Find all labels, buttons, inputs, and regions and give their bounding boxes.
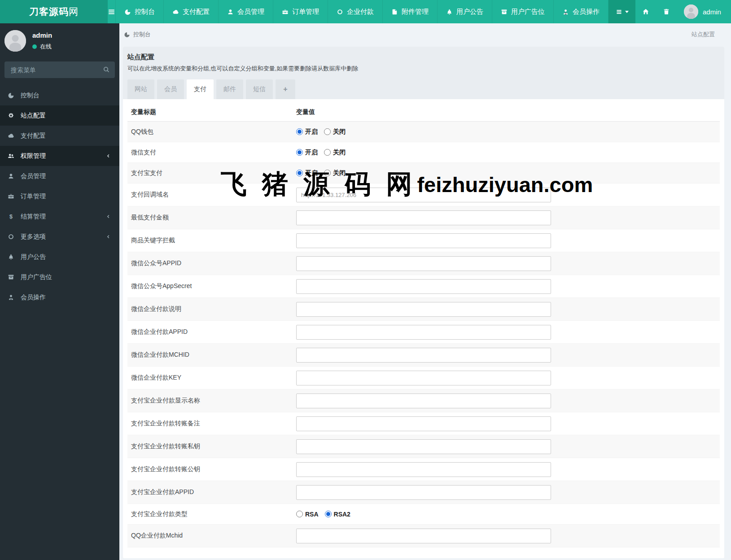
sidebar-search — [4, 61, 115, 78]
radio-option[interactable]: RSA2 — [325, 511, 350, 518]
settings-button[interactable] — [728, 0, 731, 23]
config-row-11: 微信企业付款KEY — [127, 367, 720, 389]
radio-input[interactable] — [296, 170, 303, 176]
radio-input[interactable] — [296, 511, 303, 517]
config-input[interactable] — [296, 256, 551, 271]
config-input[interactable] — [296, 485, 551, 500]
sidebar-item-10[interactable]: 会员操作 — [0, 287, 119, 307]
sidebar-item-9[interactable]: 用户广告位 — [0, 267, 119, 287]
radio-input[interactable] — [296, 128, 303, 135]
radio-input[interactable] — [324, 128, 331, 135]
nav-item-0[interactable]: 控制台 — [115, 0, 163, 23]
radio-option[interactable]: 开启 — [296, 128, 318, 136]
nav-item-label: 企业付款 — [347, 8, 374, 16]
config-input[interactable] — [296, 233, 551, 248]
tab-member[interactable]: 会员 — [157, 79, 184, 99]
config-value — [296, 529, 720, 543]
sidebar-item-5[interactable]: 订单管理 — [0, 186, 119, 206]
panel-title: 站点配置 — [127, 53, 720, 61]
top-navbar: 刀客源码网 控制台支付配置会员管理订单管理企业付款附件管理用户公告用户广告位会员… — [0, 0, 731, 23]
config-row-15: 支付宝企业付款转账公钥 — [127, 458, 720, 481]
config-input[interactable] — [296, 302, 551, 317]
config-label: 微信支付 — [127, 149, 296, 157]
home-button[interactable] — [635, 0, 656, 23]
radio-input[interactable] — [296, 149, 303, 156]
sidebar-item-3[interactable]: 权限管理 — [0, 146, 119, 166]
sidebar-item-4[interactable]: 会员管理 — [0, 166, 119, 186]
username-label: admin — [703, 8, 721, 16]
nav-item-5[interactable]: 附件管理 — [382, 0, 437, 23]
user-menu[interactable]: admin — [677, 0, 728, 23]
nav-item-1[interactable]: 支付配置 — [163, 0, 218, 23]
config-value — [296, 210, 720, 225]
radio-input[interactable] — [325, 511, 332, 517]
config-row-0: QQ钱包开启关闭 — [127, 122, 720, 142]
config-input[interactable] — [296, 416, 551, 431]
config-value — [296, 462, 720, 477]
nav-item-4[interactable]: 企业付款 — [328, 0, 382, 23]
config-input[interactable] — [296, 210, 551, 225]
sidebar-item-2[interactable]: 支付配置 — [0, 126, 119, 146]
sidebar-item-6[interactable]: $结算管理 — [0, 206, 119, 227]
nav-item-2[interactable]: 会员管理 — [218, 0, 273, 23]
radio-input[interactable] — [324, 170, 331, 176]
sidebar-item-label: 会员管理 — [21, 172, 46, 180]
gauge-icon — [7, 92, 15, 99]
sidebar-item-7[interactable]: 更多选项 — [0, 227, 119, 247]
panel-body: 变量标题 变量值 QQ钱包开启关闭微信支付开启关闭支付宝支付开启关闭支付回调域名… — [123, 99, 724, 556]
home-icon — [642, 8, 649, 15]
tab-add-button[interactable]: + — [276, 79, 295, 99]
config-input[interactable] — [296, 325, 551, 340]
nav-item-8[interactable]: 会员操作 — [553, 0, 608, 23]
config-input[interactable] — [296, 394, 551, 408]
config-value — [296, 394, 720, 408]
sidebar-item-1[interactable]: 站点配置 — [0, 105, 119, 126]
config-label: 微信企业付款KEY — [127, 374, 296, 382]
config-label: 微信企业付款说明 — [127, 305, 296, 313]
sidebar-toggle-button[interactable] — [108, 0, 115, 23]
radio-option[interactable]: 关闭 — [324, 128, 346, 136]
radio-option[interactable]: 关闭 — [324, 169, 346, 177]
tab-email[interactable]: 邮件 — [216, 79, 243, 99]
radio-option[interactable]: 开启 — [296, 169, 318, 177]
config-input[interactable] — [296, 529, 551, 543]
radio-option[interactable]: RSA — [296, 511, 319, 518]
chevron-left-icon — [105, 234, 112, 239]
nav-item-label: 附件管理 — [402, 8, 429, 16]
nav-item-3[interactable]: 订单管理 — [273, 0, 328, 23]
config-input[interactable] — [296, 462, 551, 477]
radio-option[interactable]: 开启 — [296, 149, 318, 157]
nav-item-label: 会员操作 — [573, 8, 600, 16]
sidebar-item-0[interactable]: 控制台 — [0, 85, 119, 105]
online-status-label: 在线 — [40, 43, 52, 51]
config-label: QQ企业付款Mchid — [127, 532, 296, 540]
cloud-icon — [172, 9, 179, 15]
breadcrumb-current[interactable]: 控制台 — [133, 31, 151, 39]
trash-button[interactable] — [656, 0, 677, 23]
nav-item-7[interactable]: 用户广告位 — [492, 0, 553, 23]
config-input[interactable] — [296, 348, 551, 363]
radio-option[interactable]: 关闭 — [324, 149, 346, 157]
radio-group: 开启关闭 — [296, 169, 346, 177]
tab-website[interactable]: 网站 — [127, 79, 154, 99]
search-icon[interactable] — [103, 66, 110, 73]
tab-payment[interactable]: 支付 — [187, 79, 214, 99]
tab-sms[interactable]: 短信 — [246, 79, 273, 99]
nav-item-label: 控制台 — [135, 8, 155, 16]
config-input[interactable] — [296, 439, 551, 454]
sidebar-item-8[interactable]: 用户公告 — [0, 247, 119, 267]
config-value — [296, 348, 720, 363]
config-row-5: 商品关键字拦截 — [127, 229, 720, 252]
search-input[interactable] — [4, 61, 115, 78]
navbar-menu: 控制台支付配置会员管理订单管理企业付款附件管理用户公告用户广告位会员操作 — [115, 0, 608, 23]
circle-icon — [337, 9, 343, 15]
quick-menu-dropdown[interactable] — [608, 0, 635, 23]
logo-text-bold: 刀客源码 — [29, 5, 69, 18]
app-logo[interactable]: 刀客源码网 — [0, 0, 108, 23]
config-input[interactable] — [296, 279, 551, 294]
config-input[interactable] — [296, 371, 551, 385]
nav-item-6[interactable]: 用户公告 — [437, 0, 492, 23]
radio-label: 开启 — [305, 149, 318, 157]
config-input[interactable] — [296, 188, 551, 202]
radio-input[interactable] — [324, 149, 331, 156]
